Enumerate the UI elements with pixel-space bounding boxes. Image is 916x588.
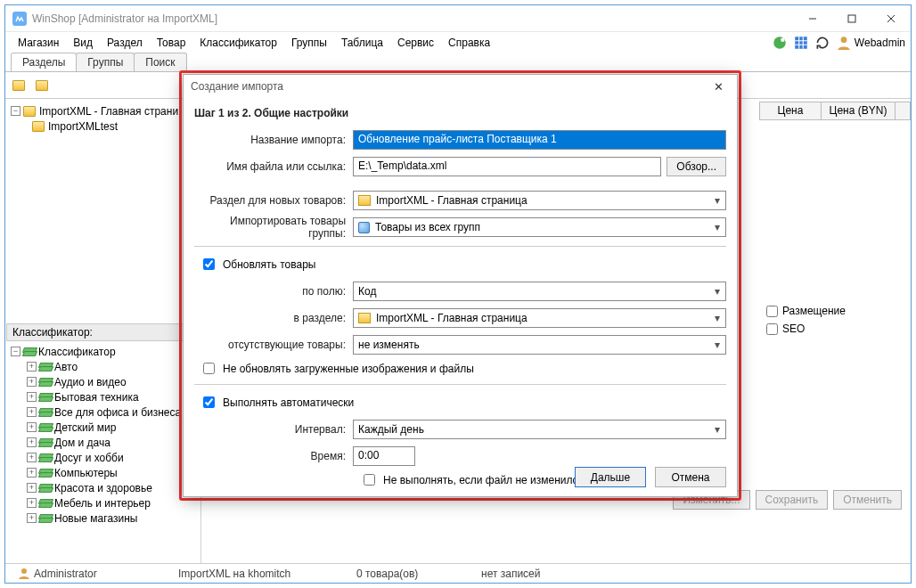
dialog-title: Создание импорта	[191, 80, 283, 93]
minimize-button[interactable]	[793, 6, 832, 31]
save-button[interactable]: Сохранить	[756, 490, 829, 510]
globe-icon[interactable]	[772, 35, 788, 51]
classifier-item[interactable]: Авто	[54, 361, 78, 373]
classifier-item[interactable]: Красота и здоровье	[54, 482, 152, 494]
grid-icon[interactable]	[793, 35, 809, 51]
import-name-input[interactable]: Обновление прайс-листа Поставщика 1	[353, 130, 726, 150]
byfield-select[interactable]: Код	[353, 282, 726, 301]
label-group: Импортировать товары группы:	[194, 215, 353, 240]
menu-service[interactable]: Сервис	[390, 35, 441, 51]
insection-select[interactable]: ImportXML - Главная страница	[353, 308, 726, 328]
label-file: Имя файла или ссылка:	[194, 160, 353, 173]
update-products-label: Обновлять товары	[223, 258, 315, 271]
expand-icon[interactable]: +	[27, 453, 37, 462]
missing-select[interactable]: не изменять	[353, 335, 726, 355]
layers-icon	[39, 468, 51, 478]
label-byfield: по полю:	[194, 285, 353, 298]
interval-select[interactable]: Каждый день	[353, 420, 726, 439]
layers-icon	[39, 407, 51, 417]
expand-icon[interactable]: +	[27, 483, 37, 493]
expand-icon[interactable]: +	[27, 422, 37, 432]
menu-section[interactable]: Раздел	[100, 35, 150, 51]
cancel-button[interactable]: Отмена	[655, 467, 726, 487]
col-spacer	[895, 102, 911, 120]
update-products-checkbox[interactable]	[203, 258, 215, 270]
browse-button[interactable]: Обзор...	[667, 157, 726, 176]
classifier-item[interactable]: Аудио и видео	[54, 376, 127, 388]
tree-child[interactable]: ImportXMLtest	[48, 120, 118, 133]
layers-icon	[39, 392, 51, 402]
new-folder-icon[interactable]	[11, 76, 30, 95]
skip-unchanged-checkbox[interactable]	[364, 474, 375, 486]
label-missing: отсутствующие товары:	[194, 339, 353, 351]
expand-icon[interactable]: +	[27, 437, 37, 447]
tab-groups[interactable]: Группы	[76, 53, 135, 71]
tab-search[interactable]: Поиск	[134, 53, 186, 71]
expand-icon[interactable]: +	[27, 407, 37, 417]
label-import-name: Название импорта:	[194, 134, 353, 146]
titlebar: WinShop [Administrator на ImportXML]	[5, 5, 911, 31]
menu-shop[interactable]: Магазин	[11, 35, 66, 51]
open-folder-icon[interactable]	[34, 76, 53, 95]
placement-label: Размещение	[782, 305, 846, 317]
folder-icon	[23, 106, 36, 117]
classifier-item[interactable]: Дом и дача	[54, 437, 110, 449]
menu-view[interactable]: Вид	[66, 35, 100, 51]
tab-sections[interactable]: Разделы	[11, 53, 77, 71]
sections-tree[interactable]: −ImportXML - Главная страни ImportXMLtes…	[5, 102, 200, 323]
layers-icon	[39, 362, 51, 372]
classifier-root[interactable]: Классификатор	[38, 346, 116, 358]
step-header: Шаг 1 из 2. Общие настройки	[194, 107, 726, 119]
svg-rect-0	[12, 12, 27, 26]
collapse-icon[interactable]: −	[11, 106, 20, 116]
label-time: Время:	[194, 450, 353, 462]
current-user: Webadmin	[855, 37, 905, 49]
file-input[interactable]: E:\_Temp\data.xml	[353, 157, 661, 176]
expand-icon[interactable]: +	[27, 377, 37, 387]
svg-point-8	[840, 37, 846, 43]
classifier-item[interactable]: Все для офиса и бизнеса	[54, 406, 181, 419]
classifier-tree[interactable]: −Классификатор +Авто+Аудио и видео+Бытов…	[5, 342, 200, 563]
no-update-images-label: Не обновлять загруженные изображения и ф…	[223, 363, 474, 375]
menu-help[interactable]: Справка	[441, 35, 497, 51]
close-button[interactable]	[871, 6, 911, 31]
classifier-item[interactable]: Досуг и хобби	[54, 452, 124, 464]
status-records: нет записей	[469, 568, 553, 580]
expand-icon[interactable]: +	[27, 392, 37, 402]
section-select[interactable]: ImportXML - Главная страница	[353, 191, 726, 210]
col-price[interactable]: Цена	[759, 102, 822, 120]
classifier-item[interactable]: Бытовая техника	[54, 391, 139, 404]
expand-icon[interactable]: +	[27, 362, 37, 372]
seo-checkbox[interactable]	[766, 323, 778, 335]
status-user: Administrator	[5, 568, 166, 580]
menu-groups[interactable]: Группы	[284, 35, 334, 51]
import-dialog: Создание импорта ✕ Шаг 1 из 2. Общие нас…	[183, 74, 738, 497]
maximize-button[interactable]	[832, 6, 871, 31]
label-interval: Интервал:	[194, 423, 353, 436]
svg-point-9	[21, 568, 27, 574]
expand-icon[interactable]: +	[27, 468, 37, 478]
expand-icon[interactable]: +	[27, 513, 37, 523]
group-select[interactable]: Товары из всех групп	[353, 217, 726, 237]
time-input[interactable]: 0:00	[353, 446, 415, 466]
app-icon	[12, 12, 27, 26]
menu-classifier[interactable]: Классификатор	[192, 35, 284, 51]
collapse-icon[interactable]: −	[11, 347, 20, 356]
tree-root[interactable]: ImportXML - Главная страни	[39, 105, 178, 118]
next-button[interactable]: Дальше	[575, 467, 646, 487]
menu-table[interactable]: Таблица	[334, 35, 390, 51]
menu-product[interactable]: Товар	[150, 35, 193, 51]
col-price-byn[interactable]: Цена (BYN)	[821, 102, 896, 120]
layers-icon	[39, 498, 51, 508]
refresh-icon[interactable]	[814, 35, 830, 51]
dialog-close-button[interactable]: ✕	[707, 77, 730, 96]
placement-checkbox[interactable]	[766, 306, 778, 317]
classifier-item[interactable]: Детский мир	[54, 421, 116, 434]
auto-run-checkbox[interactable]	[203, 396, 215, 408]
classifier-item[interactable]: Новые магазины	[54, 512, 137, 525]
classifier-item[interactable]: Компьютеры	[54, 467, 118, 479]
classifier-item[interactable]: Мебель и интерьер	[54, 497, 151, 510]
revert-button[interactable]: Отменить	[833, 490, 902, 510]
expand-icon[interactable]: +	[27, 498, 37, 508]
no-update-images-checkbox[interactable]	[203, 363, 215, 374]
